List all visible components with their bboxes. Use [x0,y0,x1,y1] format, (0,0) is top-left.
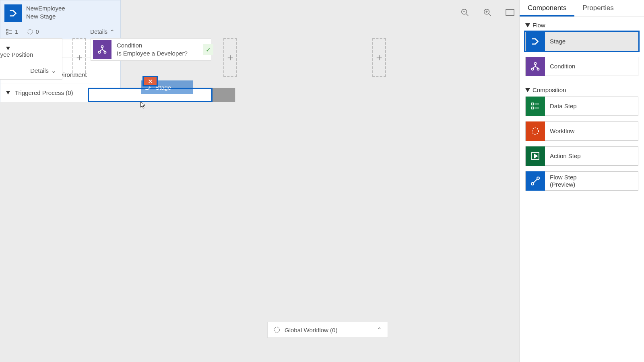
component-action-step[interactable]: Action Step [525,146,638,166]
branch-icon [526,57,545,76]
component-workflow[interactable]: Workflow [525,121,638,141]
fit-screen-icon[interactable] [505,7,515,18]
stage-icon [4,4,22,22]
stage-title: ee [0,43,33,51]
steps-count: 1 [6,29,18,35]
workflow-count: 0 [27,29,39,35]
zoom-in-icon[interactable] [482,7,493,18]
section-composition[interactable]: Composition [520,82,644,97]
flow-step-icon [526,171,545,191]
stage-node-employee-position[interactable]: ee Employee Position Details ⌄ [0,38,62,80]
svg-rect-26 [532,107,534,109]
panel-tabs: Components Properties [520,0,644,17]
tab-components[interactable]: Components [520,0,574,16]
svg-point-23 [537,68,539,70]
workflow-canvas[interactable]: ee Employee Position Details ⌄ + Conditi… [0,0,519,362]
check-icon: ✓ [203,44,213,55]
svg-rect-13 [6,33,8,34]
branch-icon [93,40,111,59]
svg-point-21 [535,63,537,65]
section-flow[interactable]: Flow [520,17,644,32]
svg-point-15 [28,29,33,34]
collapse-icon [525,23,530,27]
svg-rect-7 [506,10,514,16]
zoom-out-icon[interactable] [460,7,470,18]
tab-properties[interactable]: Properties [574,0,621,16]
collapse-icon [6,91,10,95]
component-stage[interactable]: Stage [525,32,638,51]
svg-point-8 [101,46,103,48]
condition-title: Condition [117,41,188,49]
svg-point-28 [532,128,539,134]
chevron-up-icon: ⌃ [110,29,115,35]
collapse-icon [6,47,10,50]
add-slot[interactable]: + [72,38,86,77]
action-step-icon [526,146,545,166]
close-icon: ✕ [142,76,158,86]
svg-point-9 [99,51,101,53]
workflow-icon [526,121,545,141]
stage-icon [526,32,545,51]
component-condition[interactable]: Condition [525,57,638,76]
condition-subtitle: Is Employee a Developer? [117,49,188,58]
stage-title: NewEmployee [26,4,65,12]
details-toggle[interactable]: Details ⌄ [0,63,62,79]
collapse-icon [525,88,530,92]
svg-rect-11 [6,29,8,31]
canvas-toolbar [460,7,515,18]
svg-line-1 [466,14,469,16]
side-panel: Components Properties Flow Stage Conditi… [519,0,644,362]
cursor-icon [140,101,147,109]
stage-subtitle: New Stage [26,12,65,21]
data-step-icon [526,97,545,116]
chevron-down-icon: ⌄ [51,67,56,74]
svg-point-20 [274,327,280,333]
details-toggle[interactable]: Details ⌃ [90,29,115,35]
svg-line-4 [489,14,491,16]
chevron-up-icon: ⌃ [377,326,382,333]
add-slot[interactable]: + [223,38,237,77]
component-flow-step[interactable]: Flow Step (Preview) [525,171,638,191]
svg-rect-24 [532,103,534,105]
svg-point-22 [532,68,534,70]
workflow-icon [273,326,281,333]
add-slot[interactable]: + [372,38,386,77]
condition-node[interactable]: Condition Is Employee a Developer? ✓ [91,38,211,61]
global-workflow-bar[interactable]: Global Workflow (0) ⌃ [267,322,388,338]
component-data-step[interactable]: Data Step [525,97,638,116]
stage-subtitle: Employee Position [0,51,33,59]
svg-point-10 [104,51,106,53]
